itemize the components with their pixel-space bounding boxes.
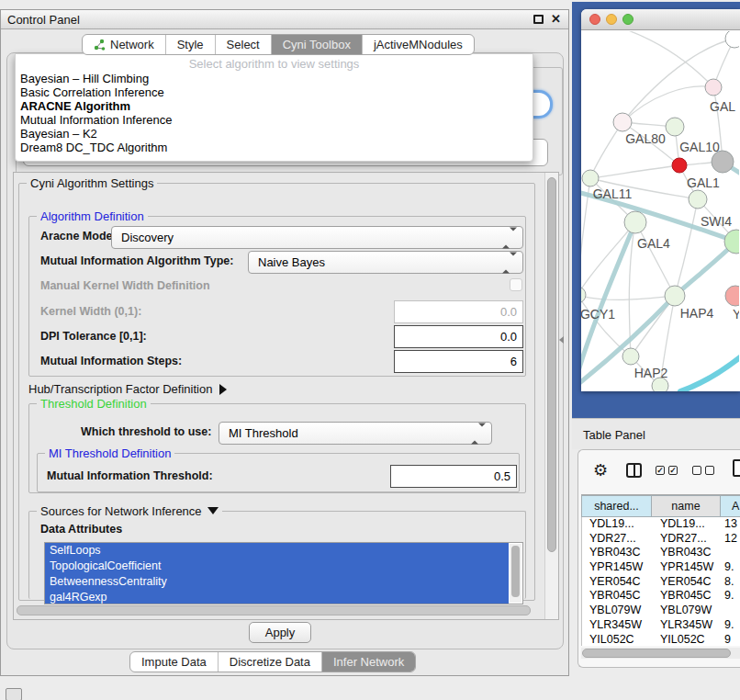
table-row[interactable]: YLR345W YLR345W 9. bbox=[582, 618, 740, 633]
network-node-gal1[interactable] bbox=[672, 158, 687, 173]
cell-name[interactable]: YIL052C bbox=[653, 633, 722, 647]
control-panel-titlebar[interactable]: Control Panel ✕ bbox=[1, 10, 568, 29]
cell-name[interactable]: YDR27... bbox=[653, 532, 722, 547]
zoom-traffic-light-icon[interactable] bbox=[622, 14, 633, 25]
mi-steps-field[interactable]: 6 bbox=[394, 350, 523, 373]
table-horizontal-scrollbar-thumb[interactable] bbox=[582, 649, 731, 658]
tab-select[interactable]: Select bbox=[216, 35, 272, 54]
settings-vertical-scrollbar-thumb[interactable] bbox=[547, 177, 556, 552]
deselect-all-icon[interactable] bbox=[692, 466, 701, 475]
network-node-gal[interactable] bbox=[705, 79, 722, 96]
cell-shared-name[interactable]: YDL19... bbox=[582, 517, 653, 532]
tab-impute-data[interactable]: Impute Data bbox=[130, 652, 219, 672]
cell-value[interactable]: 13 bbox=[722, 517, 740, 532]
cell-name[interactable]: YER054C bbox=[653, 575, 722, 590]
close-traffic-light-icon[interactable] bbox=[589, 14, 600, 25]
cell-value[interactable]: 8. bbox=[722, 575, 740, 590]
mi-threshold-field[interactable]: 0.5 bbox=[390, 465, 517, 488]
gear-icon[interactable]: ⚙ bbox=[593, 461, 608, 480]
network-node-hap2[interactable] bbox=[622, 348, 639, 365]
collapse-down-icon[interactable] bbox=[207, 507, 219, 514]
popup-item-bayesian-k2[interactable]: Bayesian – K2 bbox=[20, 127, 97, 141]
list-item-topologicalcoefficient[interactable]: TopologicalCoefficient bbox=[45, 559, 509, 574]
minimize-traffic-light-icon[interactable] bbox=[606, 14, 617, 25]
table-row[interactable]: YDR27... YDR27... 12 bbox=[582, 532, 740, 547]
table-row[interactable]: YBL079W YBL079W bbox=[582, 604, 740, 618]
expand-right-icon[interactable] bbox=[219, 384, 227, 395]
cell-value[interactable]: 9. bbox=[722, 618, 740, 633]
table-row[interactable]: YER054C YER054C 8. bbox=[582, 575, 740, 590]
table-row[interactable]: YBR043C YBR043C bbox=[582, 546, 740, 560]
minimized-panel-icon[interactable] bbox=[6, 688, 22, 700]
close-icon[interactable]: ✕ bbox=[551, 12, 561, 26]
network-window-titlebar[interactable] bbox=[581, 9, 740, 30]
apply-button[interactable]: Apply bbox=[249, 622, 311, 643]
cell-shared-name[interactable]: YDR27... bbox=[582, 532, 653, 547]
cell-shared-name[interactable]: YLR345W bbox=[582, 618, 653, 633]
dpi-tolerance-field[interactable]: 0.0 bbox=[394, 325, 523, 348]
settings-horizontal-scrollbar[interactable] bbox=[16, 604, 545, 616]
settings-vertical-scrollbar[interactable] bbox=[544, 173, 558, 619]
cell-shared-name[interactable]: YBL079W bbox=[582, 604, 653, 618]
export-table-icon[interactable] bbox=[733, 459, 740, 477]
list-scrollbar[interactable] bbox=[510, 544, 521, 603]
column-header-shared-name[interactable]: shared... bbox=[581, 495, 652, 517]
popup-item-basic-correlation[interactable]: Basic Correlation Inference bbox=[20, 85, 164, 99]
cell-name[interactable]: YBR045C bbox=[653, 589, 722, 604]
popup-item-bayesian-hill-climbing[interactable]: Bayesian – Hill Climbing bbox=[20, 72, 149, 85]
list-scrollbar-thumb[interactable] bbox=[511, 546, 520, 597]
aracne-mode-combo[interactable]: Discovery bbox=[111, 226, 523, 249]
cell-name[interactable]: YBR043C bbox=[653, 546, 722, 560]
tab-jactivemnodules[interactable]: jActiveMNodules bbox=[363, 35, 474, 54]
table-row[interactable]: YDL19... YDL19... 13 bbox=[582, 517, 740, 532]
cell-value[interactable]: 12 bbox=[722, 532, 740, 547]
cell-value[interactable] bbox=[722, 604, 740, 618]
network-svg[interactable]: GALGAL80GAL10GAL1GAL11SWI4GAL4GCY1HAP4YH… bbox=[581, 31, 739, 391]
mi-type-combo[interactable]: Naive Bayes bbox=[248, 251, 523, 274]
select-all-check-icon[interactable]: ✓ bbox=[668, 466, 678, 475]
cell-shared-name[interactable]: YBR045C bbox=[582, 589, 653, 604]
deselect-all-icon[interactable] bbox=[705, 466, 714, 475]
popup-item-aracne[interactable]: ARACNE Algorithm bbox=[20, 99, 130, 113]
hub-definition-section[interactable]: Hub/Transcription Factor Definition bbox=[28, 382, 227, 396]
cell-shared-name[interactable]: YIL052C bbox=[582, 633, 653, 647]
table-row[interactable]: YIL052C YIL052C 9 bbox=[582, 633, 740, 647]
panel-divider-collapse-icon[interactable] bbox=[559, 336, 564, 344]
network-node-gal11[interactable] bbox=[582, 170, 599, 186]
popup-item-mutual-information[interactable]: Mutual Information Inference bbox=[20, 113, 172, 127]
cell-shared-name[interactable]: YBR043C bbox=[582, 546, 653, 560]
tab-style[interactable]: Style bbox=[166, 35, 216, 54]
list-item-betweennesscentrality[interactable]: BetweennessCentrality bbox=[45, 574, 509, 590]
popup-item-dream8[interactable]: Dream8 DC_TDC Algorithm bbox=[20, 141, 167, 154]
tab-network[interactable]: Network bbox=[83, 35, 166, 54]
table-horizontal-scrollbar[interactable] bbox=[581, 648, 740, 659]
cell-value[interactable]: 9. bbox=[722, 560, 740, 575]
network-node-unlabeled[interactable] bbox=[689, 190, 707, 209]
tab-cyni-toolbox[interactable]: Cyni Toolbox bbox=[272, 35, 363, 54]
column-visibility-icon[interactable] bbox=[626, 463, 642, 478]
tab-discretize-data[interactable]: Discretize Data bbox=[219, 652, 322, 672]
cell-name[interactable]: YDL19... bbox=[653, 517, 722, 532]
cell-shared-name[interactable]: YER054C bbox=[582, 575, 653, 590]
cell-value[interactable]: 9. bbox=[722, 589, 740, 604]
cell-name[interactable]: YLR345W bbox=[653, 618, 722, 633]
cell-name[interactable]: YBL079W bbox=[653, 604, 722, 618]
which-threshold-combo[interactable]: MI Threshold bbox=[219, 422, 492, 445]
table-row[interactable]: YPR145W YPR145W 9. bbox=[582, 560, 740, 575]
network-node-hap4[interactable] bbox=[665, 286, 685, 306]
cell-shared-name[interactable]: YPR145W bbox=[582, 560, 653, 575]
settings-horizontal-scrollbar-thumb[interactable] bbox=[17, 605, 531, 615]
float-window-icon[interactable] bbox=[533, 15, 544, 24]
network-node-gal10[interactable] bbox=[666, 118, 684, 136]
select-all-check-icon[interactable]: ✓ bbox=[656, 466, 665, 475]
network-node-unlabeled[interactable] bbox=[712, 151, 734, 173]
network-node-unlabeled[interactable] bbox=[725, 31, 739, 48]
column-header-name[interactable]: name bbox=[652, 495, 721, 517]
cell-value[interactable] bbox=[722, 546, 740, 560]
network-node-unlabeled[interactable] bbox=[652, 378, 668, 391]
table-row[interactable]: YBR045C YBR045C 9. bbox=[582, 589, 740, 604]
network-node-y[interactable] bbox=[725, 286, 739, 306]
list-item-selfloops[interactable]: SelfLoops bbox=[45, 543, 509, 559]
network-node-gcy1[interactable] bbox=[581, 287, 586, 303]
tab-infer-network[interactable]: Infer Network bbox=[322, 652, 415, 672]
